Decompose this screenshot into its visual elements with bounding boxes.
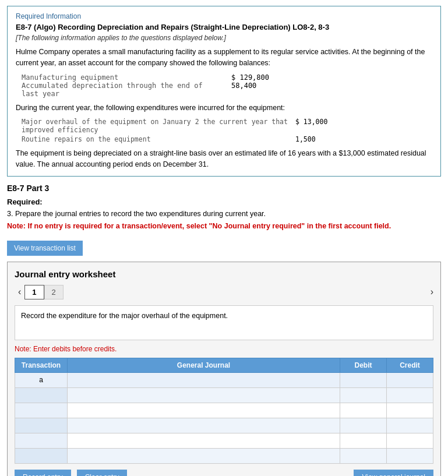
transaction-cell-2 (15, 387, 68, 403)
col-header-transaction-text: Transaction (22, 361, 61, 369)
table-row-1: a (15, 372, 433, 387)
required-number: 3. (7, 210, 13, 218)
balance-row-2: Accumulated depreciation through the end… (22, 82, 432, 98)
expenditure-label-1: Major overhaul of the equipment on Janua… (22, 118, 290, 134)
instruction-box: Record the expenditure for the major ove… (15, 305, 433, 340)
expenditure-row-1: Major overhaul of the equipment on Janua… (22, 118, 432, 134)
view-transaction-button[interactable]: View transaction list (7, 241, 83, 256)
transaction-cell-a: a (15, 372, 68, 387)
tab-1-label: 1 (32, 288, 36, 297)
debit-cell-3[interactable] (340, 403, 387, 418)
col-header-credit-text: Credit (400, 361, 420, 369)
credit-input-5[interactable] (390, 437, 429, 445)
balance-value-2: 58,400 (231, 82, 256, 98)
debit-input-6[interactable] (344, 452, 383, 460)
balance-row-1: Manufacturing equipment $ 129,800 (22, 73, 432, 82)
gj-input-1[interactable] (71, 376, 336, 385)
credit-input-2[interactable] (390, 392, 429, 400)
transaction-cell-6 (15, 448, 68, 463)
journal-table: Transaction General Journal Debit Credit… (15, 358, 433, 464)
problem-description: Hulme Company operates a small manufactu… (16, 47, 432, 69)
debit-cell-4[interactable] (340, 418, 387, 433)
note-debits: Note: Enter debits before credits. (15, 345, 433, 353)
transaction-cell-4 (15, 418, 68, 433)
journal-worksheet-container: Journal entry worksheet ‹ 1 2 › Record t… (7, 262, 441, 477)
tab-left-arrow[interactable]: ‹ (15, 287, 24, 297)
table-row-4 (15, 418, 433, 433)
debit-cell-6[interactable] (340, 448, 387, 463)
bottom-buttons: Record entry Clear entry View general jo… (15, 470, 433, 477)
credit-cell-5[interactable] (387, 433, 433, 448)
expenditure-label-2: Routine repairs on the equipment (22, 135, 290, 143)
gj-input-4[interactable] (71, 422, 336, 430)
depreciation-note: The equipment is being depreciated on a … (16, 148, 432, 170)
balance-label-1: Manufacturing equipment (22, 73, 220, 82)
right-arrow-icon: › (431, 287, 433, 297)
gj-cell-2[interactable] (68, 387, 340, 403)
required-label: Required Information (16, 12, 432, 20)
credit-cell-1[interactable] (387, 372, 433, 387)
credit-input-4[interactable] (390, 422, 429, 430)
required-bold: Required: (7, 198, 441, 206)
expenditure-value-1: $ 13,000 (295, 118, 327, 134)
table-row-2 (15, 387, 433, 403)
debit-input-1[interactable] (344, 376, 383, 385)
debit-cell-5[interactable] (340, 433, 387, 448)
debit-input-3[interactable] (344, 407, 383, 415)
problem-title: E8-7 (Algo) Recording Depreciation and R… (16, 23, 432, 31)
gj-input-3[interactable] (71, 407, 336, 415)
tab-1[interactable]: 1 (24, 285, 44, 299)
required-text: 3. Prepare the journal entries to record… (7, 209, 441, 220)
record-entry-button[interactable]: Record entry (15, 470, 71, 477)
credit-cell-6[interactable] (387, 448, 433, 463)
debit-input-4[interactable] (344, 422, 383, 430)
gj-cell-5[interactable] (68, 433, 340, 448)
gj-input-2[interactable] (71, 392, 336, 400)
debit-cell-2[interactable] (340, 387, 387, 403)
col-header-debit-text: Debit (355, 361, 372, 369)
gj-input-6[interactable] (71, 452, 336, 460)
credit-input-6[interactable] (390, 452, 429, 460)
required-section: Required: 3. Prepare the journal entries… (7, 198, 441, 230)
credit-cell-2[interactable] (387, 387, 433, 403)
debit-input-5[interactable] (344, 437, 383, 445)
tab-right-arrow[interactable]: › (431, 287, 433, 297)
gj-cell-1[interactable] (68, 372, 340, 387)
col-header-gj-text: General Journal (177, 361, 230, 369)
credit-input-3[interactable] (390, 407, 429, 415)
view-general-journal-button[interactable]: View general journal (354, 470, 433, 477)
col-header-credit: Credit (387, 358, 433, 372)
tab-2-label: 2 (52, 288, 56, 297)
problem-subtitle: [The following information applies to th… (16, 34, 432, 42)
instruction-text: Record the expenditure for the major ove… (21, 312, 228, 320)
credit-input-1[interactable] (390, 376, 429, 385)
expenditure-row-2: Routine repairs on the equipment 1,500 (22, 135, 432, 143)
note-red: Note: If no entry is required for a tran… (7, 222, 441, 230)
table-row-3 (15, 403, 433, 418)
gj-cell-4[interactable] (68, 418, 340, 433)
col-header-debit: Debit (340, 358, 387, 372)
tab-nav: ‹ 1 2 › (15, 285, 433, 299)
part-header: E8-7 Part 3 (7, 184, 441, 193)
required-info-box: Required Information E8-7 (Algo) Recordi… (7, 6, 441, 177)
clear-entry-button[interactable]: Clear entry (77, 470, 128, 477)
gj-input-5[interactable] (71, 437, 336, 445)
gj-cell-3[interactable] (68, 403, 340, 418)
debit-cell-1[interactable] (340, 372, 387, 387)
col-header-general-journal: General Journal (68, 358, 340, 372)
journal-title: Journal entry worksheet (15, 269, 433, 279)
debit-input-2[interactable] (344, 392, 383, 400)
credit-cell-3[interactable] (387, 403, 433, 418)
credit-cell-4[interactable] (387, 418, 433, 433)
gj-cell-6[interactable] (68, 448, 340, 463)
table-row-5 (15, 433, 433, 448)
table-row-6 (15, 448, 433, 463)
balance-table: Manufacturing equipment $ 129,800 Accumu… (22, 73, 432, 98)
expenditure-value-2: 1,500 (295, 135, 316, 143)
balance-value-1: $ 129,800 (231, 73, 269, 82)
required-text-content: Prepare the journal entries to record th… (15, 210, 266, 218)
col-header-transaction: Transaction (15, 358, 68, 372)
tab-2[interactable]: 2 (44, 285, 64, 299)
transaction-cell-5 (15, 433, 68, 448)
balance-label-2: Accumulated depreciation through the end… (22, 82, 220, 98)
